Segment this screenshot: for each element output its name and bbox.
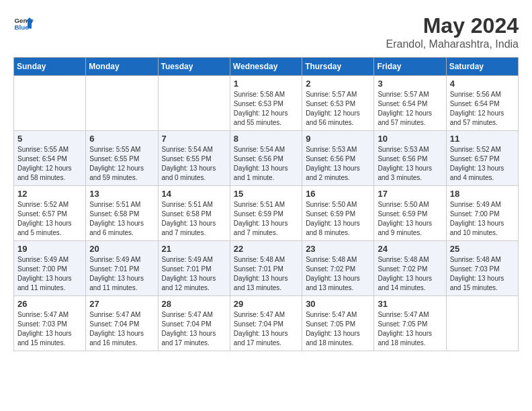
day-info: Sunrise: 5:51 AMSunset: 6:58 PMDaylight:… bbox=[89, 200, 154, 238]
day-number: 17 bbox=[378, 189, 442, 199]
day-info: Sunrise: 5:49 AMSunset: 7:01 PMDaylight:… bbox=[89, 255, 154, 293]
calendar-cell: 9Sunrise: 5:53 AMSunset: 6:56 PMDaylight… bbox=[302, 131, 374, 186]
weekday-header: Tuesday bbox=[158, 58, 230, 76]
calendar-cell: 17Sunrise: 5:50 AMSunset: 6:59 PMDayligh… bbox=[374, 186, 446, 241]
calendar-cell: 7Sunrise: 5:54 AMSunset: 6:55 PMDaylight… bbox=[158, 131, 230, 186]
day-number: 3 bbox=[378, 79, 442, 89]
calendar-cell: 11Sunrise: 5:52 AMSunset: 6:57 PMDayligh… bbox=[446, 131, 518, 186]
day-info: Sunrise: 5:57 AMSunset: 6:54 PMDaylight:… bbox=[378, 90, 442, 128]
day-number: 9 bbox=[306, 134, 370, 144]
weekday-header: Thursday bbox=[302, 58, 374, 76]
calendar-cell: 19Sunrise: 5:49 AMSunset: 7:00 PMDayligh… bbox=[14, 241, 86, 296]
day-info: Sunrise: 5:50 AMSunset: 6:59 PMDaylight:… bbox=[306, 200, 370, 238]
calendar-cell: 31Sunrise: 5:47 AMSunset: 7:05 PMDayligh… bbox=[374, 296, 446, 351]
day-number: 27 bbox=[89, 299, 154, 309]
day-number: 25 bbox=[450, 244, 515, 254]
logo: General Blue bbox=[13, 13, 34, 34]
day-info: Sunrise: 5:48 AMSunset: 7:02 PMDaylight:… bbox=[306, 255, 370, 293]
day-number: 13 bbox=[89, 189, 154, 199]
calendar-cell: 24Sunrise: 5:48 AMSunset: 7:02 PMDayligh… bbox=[374, 241, 446, 296]
day-info: Sunrise: 5:47 AMSunset: 7:05 PMDaylight:… bbox=[378, 310, 442, 348]
day-info: Sunrise: 5:48 AMSunset: 7:02 PMDaylight:… bbox=[378, 255, 442, 293]
day-info: Sunrise: 5:49 AMSunset: 7:00 PMDaylight:… bbox=[17, 255, 82, 293]
day-info: Sunrise: 5:48 AMSunset: 7:01 PMDaylight:… bbox=[234, 255, 298, 293]
day-info: Sunrise: 5:47 AMSunset: 7:04 PMDaylight:… bbox=[162, 310, 226, 348]
calendar-cell: 23Sunrise: 5:48 AMSunset: 7:02 PMDayligh… bbox=[302, 241, 374, 296]
calendar-cell: 25Sunrise: 5:48 AMSunset: 7:03 PMDayligh… bbox=[446, 241, 518, 296]
day-info: Sunrise: 5:53 AMSunset: 6:56 PMDaylight:… bbox=[306, 145, 370, 183]
day-info: Sunrise: 5:51 AMSunset: 6:59 PMDaylight:… bbox=[234, 200, 298, 238]
calendar-cell: 3Sunrise: 5:57 AMSunset: 6:54 PMDaylight… bbox=[374, 76, 446, 131]
day-number: 7 bbox=[162, 134, 226, 144]
weekday-header: Wednesday bbox=[230, 58, 302, 76]
calendar-cell: 29Sunrise: 5:47 AMSunset: 7:04 PMDayligh… bbox=[230, 296, 302, 351]
day-number: 29 bbox=[234, 299, 298, 309]
day-number: 11 bbox=[450, 134, 515, 144]
day-number: 10 bbox=[378, 134, 442, 144]
calendar-cell: 13Sunrise: 5:51 AMSunset: 6:58 PMDayligh… bbox=[86, 186, 158, 241]
day-info: Sunrise: 5:50 AMSunset: 6:59 PMDaylight:… bbox=[378, 200, 442, 238]
day-info: Sunrise: 5:47 AMSunset: 7:05 PMDaylight:… bbox=[306, 310, 370, 348]
day-number: 21 bbox=[162, 244, 226, 254]
day-number: 30 bbox=[306, 299, 370, 309]
day-info: Sunrise: 5:49 AMSunset: 7:01 PMDaylight:… bbox=[162, 255, 226, 293]
day-number: 26 bbox=[17, 299, 82, 309]
day-info: Sunrise: 5:49 AMSunset: 7:00 PMDaylight:… bbox=[450, 200, 515, 238]
calendar-cell: 30Sunrise: 5:47 AMSunset: 7:05 PMDayligh… bbox=[302, 296, 374, 351]
calendar-cell: 4Sunrise: 5:56 AMSunset: 6:54 PMDaylight… bbox=[446, 76, 518, 131]
calendar-cell: 12Sunrise: 5:52 AMSunset: 6:57 PMDayligh… bbox=[14, 186, 86, 241]
day-number: 4 bbox=[450, 79, 515, 89]
day-number: 15 bbox=[234, 189, 298, 199]
day-number: 19 bbox=[17, 244, 82, 254]
day-info: Sunrise: 5:55 AMSunset: 6:55 PMDaylight:… bbox=[89, 145, 154, 183]
day-info: Sunrise: 5:47 AMSunset: 7:03 PMDaylight:… bbox=[17, 310, 82, 348]
day-number: 24 bbox=[378, 244, 442, 254]
page-title: May 2024 bbox=[386, 13, 519, 38]
weekday-header: Sunday bbox=[14, 58, 86, 76]
day-number: 16 bbox=[306, 189, 370, 199]
day-info: Sunrise: 5:54 AMSunset: 6:56 PMDaylight:… bbox=[234, 145, 298, 183]
day-info: Sunrise: 5:48 AMSunset: 7:03 PMDaylight:… bbox=[450, 255, 515, 293]
weekday-header: Friday bbox=[374, 58, 446, 76]
calendar-table: SundayMondayTuesdayWednesdayThursdayFrid… bbox=[13, 57, 519, 351]
weekday-header: Monday bbox=[86, 58, 158, 76]
day-number: 18 bbox=[450, 189, 515, 199]
day-number: 12 bbox=[17, 189, 82, 199]
calendar-cell: 20Sunrise: 5:49 AMSunset: 7:01 PMDayligh… bbox=[86, 241, 158, 296]
calendar-cell: 5Sunrise: 5:55 AMSunset: 6:54 PMDaylight… bbox=[14, 131, 86, 186]
calendar-cell: 14Sunrise: 5:51 AMSunset: 6:58 PMDayligh… bbox=[158, 186, 230, 241]
calendar-cell: 26Sunrise: 5:47 AMSunset: 7:03 PMDayligh… bbox=[14, 296, 86, 351]
calendar-cell: 1Sunrise: 5:58 AMSunset: 6:53 PMDaylight… bbox=[230, 76, 302, 131]
calendar-cell bbox=[446, 296, 518, 351]
day-info: Sunrise: 5:47 AMSunset: 7:04 PMDaylight:… bbox=[234, 310, 298, 348]
calendar-cell: 22Sunrise: 5:48 AMSunset: 7:01 PMDayligh… bbox=[230, 241, 302, 296]
calendar-cell: 21Sunrise: 5:49 AMSunset: 7:01 PMDayligh… bbox=[158, 241, 230, 296]
day-number: 2 bbox=[306, 79, 370, 89]
page-subtitle: Erandol, Maharashtra, India bbox=[386, 38, 519, 50]
calendar-cell: 27Sunrise: 5:47 AMSunset: 7:04 PMDayligh… bbox=[86, 296, 158, 351]
day-number: 22 bbox=[234, 244, 298, 254]
calendar-cell: 16Sunrise: 5:50 AMSunset: 6:59 PMDayligh… bbox=[302, 186, 374, 241]
calendar-cell: 28Sunrise: 5:47 AMSunset: 7:04 PMDayligh… bbox=[158, 296, 230, 351]
day-info: Sunrise: 5:54 AMSunset: 6:55 PMDaylight:… bbox=[162, 145, 226, 183]
calendar-cell bbox=[14, 76, 86, 131]
calendar-cell: 15Sunrise: 5:51 AMSunset: 6:59 PMDayligh… bbox=[230, 186, 302, 241]
calendar-cell bbox=[158, 76, 230, 131]
title-block: May 2024 Erandol, Maharashtra, India bbox=[386, 13, 519, 50]
logo-icon: General Blue bbox=[13, 13, 34, 34]
day-number: 5 bbox=[17, 134, 82, 144]
calendar-week-row: 26Sunrise: 5:47 AMSunset: 7:03 PMDayligh… bbox=[14, 296, 519, 351]
day-number: 28 bbox=[162, 299, 226, 309]
svg-text:Blue: Blue bbox=[15, 24, 30, 31]
day-info: Sunrise: 5:55 AMSunset: 6:54 PMDaylight:… bbox=[17, 145, 82, 183]
day-info: Sunrise: 5:57 AMSunset: 6:53 PMDaylight:… bbox=[306, 90, 370, 128]
calendar-week-row: 1Sunrise: 5:58 AMSunset: 6:53 PMDaylight… bbox=[14, 76, 519, 131]
calendar-cell: 8Sunrise: 5:54 AMSunset: 6:56 PMDaylight… bbox=[230, 131, 302, 186]
day-info: Sunrise: 5:56 AMSunset: 6:54 PMDaylight:… bbox=[450, 90, 515, 128]
calendar-cell bbox=[86, 76, 158, 131]
day-info: Sunrise: 5:52 AMSunset: 6:57 PMDaylight:… bbox=[450, 145, 515, 183]
day-info: Sunrise: 5:58 AMSunset: 6:53 PMDaylight:… bbox=[234, 90, 298, 128]
calendar-week-row: 19Sunrise: 5:49 AMSunset: 7:00 PMDayligh… bbox=[14, 241, 519, 296]
day-info: Sunrise: 5:51 AMSunset: 6:58 PMDaylight:… bbox=[162, 200, 226, 238]
day-number: 6 bbox=[89, 134, 154, 144]
